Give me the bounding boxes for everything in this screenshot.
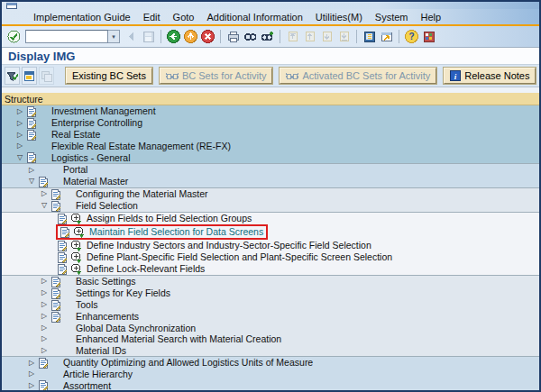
collapse-node-icon[interactable]: ▽ xyxy=(26,178,37,185)
expand-node-icon[interactable]: ▷ xyxy=(14,108,25,115)
position-window-icon[interactable] xyxy=(22,67,37,85)
expand-node-icon[interactable]: ▷ xyxy=(39,335,50,342)
command-history-icon[interactable]: ▾ xyxy=(108,30,120,43)
tree-row[interactable]: Define Industry Sectors and Industry-Sec… xyxy=(2,240,539,251)
execute-activity-icon[interactable] xyxy=(70,213,82,224)
expand-node-icon[interactable]: ▷ xyxy=(39,301,50,308)
tree-row[interactable]: ▷Flexible Real Estate Management (RE-FX) xyxy=(2,141,539,151)
img-documentation-icon[interactable] xyxy=(50,200,61,212)
tree-row[interactable]: ▷Assortment xyxy=(2,379,539,390)
enter-check-icon[interactable] xyxy=(6,29,22,44)
tree-row[interactable]: Maintain Field Selection for Data Screen… xyxy=(2,224,539,240)
expand-node-icon[interactable]: ▷ xyxy=(39,347,50,354)
tree-row[interactable]: ▷Global Data Synchronization xyxy=(2,323,539,333)
tree-item-label[interactable]: Material IDs xyxy=(76,346,126,356)
expand-node-icon[interactable]: ▷ xyxy=(39,313,50,320)
execute-activity-icon[interactable] xyxy=(70,240,82,251)
menu-item-help[interactable]: Help xyxy=(415,11,448,23)
tree-item-label[interactable]: Maintain Field Selection for Data Screen… xyxy=(89,227,263,237)
tree-item-label[interactable]: Article Hierarchy xyxy=(63,369,133,379)
expand-node-icon[interactable]: ▷ xyxy=(39,324,50,332)
tree-item-label[interactable]: Define Plant-Specific Field Selection an… xyxy=(87,252,392,262)
existing-bc-sets-button[interactable]: Existing BC Sets xyxy=(66,68,152,84)
img-documentation-icon[interactable] xyxy=(59,226,70,238)
tree-row[interactable]: ▷Tools xyxy=(2,299,539,311)
tree-item-label[interactable]: Assign Fields to Field Selection Groups xyxy=(87,214,252,223)
print-icon[interactable] xyxy=(225,29,241,44)
menu-item-goto[interactable]: Goto xyxy=(167,11,201,23)
tree-row[interactable]: Define Plant-Specific Field Selection an… xyxy=(2,251,539,263)
tree-item-label[interactable]: Define Lock-Relevant Fields xyxy=(87,264,205,274)
img-documentation-icon[interactable] xyxy=(56,240,68,251)
release-notes-button[interactable]: iRelease Notes xyxy=(444,68,536,84)
img-documentation-icon[interactable] xyxy=(50,287,61,299)
img-documentation-icon[interactable] xyxy=(25,105,37,117)
tree-row[interactable]: ▷Enterprise Controlling xyxy=(2,117,539,129)
img-documentation-icon[interactable] xyxy=(37,176,49,187)
tree-row[interactable]: ▷Enhancements xyxy=(2,311,539,323)
img-documentation-icon[interactable] xyxy=(50,311,61,323)
tree-row[interactable]: ▷Material IDs xyxy=(2,345,539,356)
tree-item-label[interactable]: Configuring the Material Master xyxy=(76,189,207,199)
menu-item-additional-information[interactable]: Additional Information xyxy=(200,11,308,23)
window-control-icon[interactable] xyxy=(6,3,17,9)
img-documentation-icon[interactable] xyxy=(56,213,68,224)
tree-item-label[interactable]: Quantity Optimizing and Allowed Logistic… xyxy=(63,358,313,368)
cancel-icon[interactable] xyxy=(200,29,215,44)
expand-node-icon[interactable]: ▷ xyxy=(26,167,37,174)
find-icon[interactable] xyxy=(243,29,258,44)
tree-item-label[interactable]: Assortment xyxy=(63,381,111,390)
tree-item-label[interactable]: Enterprise Controlling xyxy=(51,118,142,128)
menu-item-utilities-m[interactable]: Utilities(M) xyxy=(309,11,369,23)
expand-node-icon[interactable]: ▷ xyxy=(39,278,50,285)
tree-row[interactable]: ▷Article Hierarchy xyxy=(2,369,539,379)
command-input[interactable] xyxy=(25,30,108,43)
execute-activity-icon[interactable] xyxy=(70,251,82,263)
img-documentation-icon[interactable] xyxy=(50,276,61,287)
tree-row[interactable]: ▽Field Selection xyxy=(2,200,539,212)
customize-layout-icon[interactable] xyxy=(421,29,436,44)
tree-row[interactable]: ▽Material Master xyxy=(2,176,539,187)
tree-row[interactable]: ▷Configuring the Material Master xyxy=(2,187,539,200)
img-documentation-icon[interactable] xyxy=(37,357,49,369)
expand-node-icon[interactable]: ▷ xyxy=(14,120,25,127)
expand-node-icon[interactable]: ▷ xyxy=(26,360,37,367)
tree-row[interactable]: ▷Portal xyxy=(2,163,539,175)
expand-node-icon[interactable]: ▷ xyxy=(26,370,37,378)
tree-item-label[interactable]: Portal xyxy=(63,165,87,175)
tree-item-label[interactable]: Enhanced Material Search with Material C… xyxy=(76,334,281,344)
tree-item-label[interactable]: Tools xyxy=(76,300,98,310)
expand-node-icon[interactable]: ▷ xyxy=(26,382,37,389)
shortcut-icon[interactable] xyxy=(379,29,394,44)
tree-row[interactable]: Define Lock-Relevant Fields xyxy=(2,263,539,275)
img-documentation-icon[interactable] xyxy=(50,188,61,200)
tree-row[interactable]: ▷Real Estate xyxy=(2,129,539,141)
tree-item-label[interactable]: Flexible Real Estate Management (RE-FX) xyxy=(51,141,231,151)
new-session-icon[interactable] xyxy=(362,29,377,44)
expand-node-icon[interactable]: ▷ xyxy=(14,132,25,139)
find-next-icon[interactable] xyxy=(260,29,275,44)
menu-item-edit[interactable]: Edit xyxy=(137,11,167,23)
tree-item-label[interactable]: Define Industry Sectors and Industry-Sec… xyxy=(87,241,371,251)
tree-row[interactable]: ▷Settings for Key Fields xyxy=(2,287,539,299)
help-icon[interactable]: ? xyxy=(404,29,419,44)
img-documentation-icon[interactable] xyxy=(37,379,49,390)
tree-item-label[interactable]: Investment Management xyxy=(51,106,156,116)
execute-activity-icon[interactable] xyxy=(73,226,85,238)
img-documentation-icon[interactable] xyxy=(25,117,37,129)
expand-node-icon[interactable]: ▷ xyxy=(14,142,25,150)
collapse-node-icon[interactable]: ▽ xyxy=(39,202,50,209)
tree-item-label[interactable]: Logistics - General xyxy=(51,153,131,163)
choose-check-icon[interactable] xyxy=(5,67,20,85)
tree-row[interactable]: ▷Investment Management xyxy=(2,105,539,117)
tree-row[interactable]: ▷Quantity Optimizing and Allowed Logisti… xyxy=(2,356,539,369)
tree-item-label[interactable]: Global Data Synchronization xyxy=(76,324,196,333)
img-documentation-icon[interactable] xyxy=(25,151,37,163)
tree-row[interactable]: Assign Fields to Field Selection Groups xyxy=(2,212,539,224)
expand-node-icon[interactable]: ▷ xyxy=(39,289,50,296)
img-documentation-icon[interactable] xyxy=(50,299,61,311)
tree-item-label[interactable]: Real Estate xyxy=(51,130,100,140)
img-documentation-icon[interactable] xyxy=(56,263,68,275)
tree-item-label[interactable]: Basic Settings xyxy=(76,277,136,287)
collapse-node-icon[interactable]: ▽ xyxy=(14,154,25,161)
